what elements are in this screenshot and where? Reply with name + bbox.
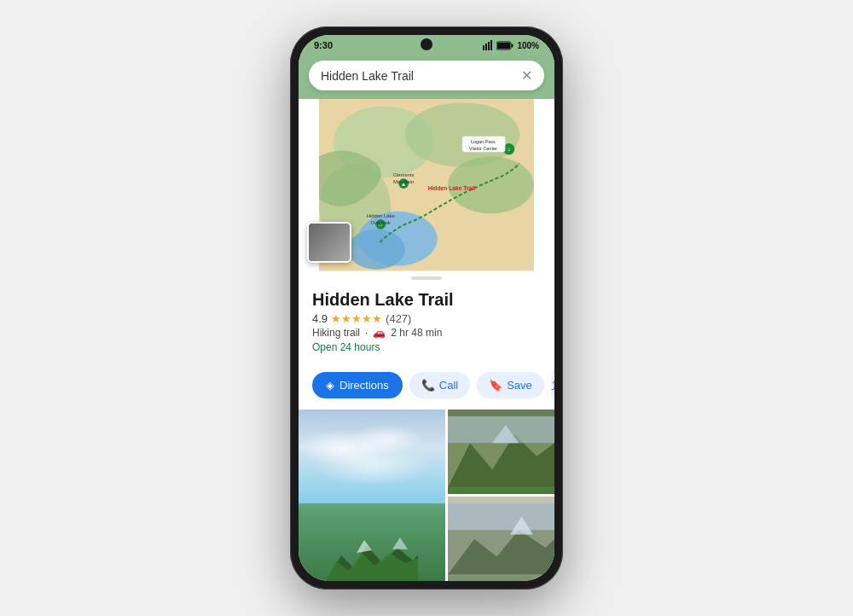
svg-text:Visitor Center: Visitor Center [469,146,497,151]
svg-text:Clements: Clements [393,172,415,177]
photos-row[interactable] [299,410,554,582]
map-thumbnail[interactable] [307,222,351,263]
call-button[interactable]: 📞 Call [409,372,470,398]
car-icon: 🚗 [373,327,386,339]
rating-row: 4.9 ★★★★★ (427) [312,312,541,325]
save-label: Save [507,379,532,392]
rating-count: (427) [386,312,411,325]
open-status: Open 24 hours [312,341,541,353]
svg-rect-35 [448,416,554,442]
status-bar: 9:30 100% [299,35,554,54]
svg-rect-37 [448,503,554,530]
photo-right-top[interactable] [448,410,554,494]
svg-text:Logan Pass: Logan Pass [471,139,496,144]
search-bar[interactable]: Hidden Lake Trail ✕ [309,61,544,90]
battery-label: 100% [517,41,539,50]
status-icons: 100% [483,40,539,50]
directions-label: Directions [339,379,389,392]
drive-time: 2 hr 48 min [391,327,442,339]
cloud-layer [299,414,445,500]
place-info: Hidden Lake Trail 4.9 ★★★★★ (427) Hiking… [299,283,554,370]
svg-marker-31 [392,538,408,549]
search-container: Hidden Lake Trail ✕ [299,54,554,99]
svg-text:Mountain: Mountain [393,179,414,184]
svg-rect-3 [490,40,492,50]
save-button[interactable]: 🔖 Save [477,372,544,398]
svg-text:Hidden Lake Trail: Hidden Lake Trail [428,185,476,191]
map-area[interactable]: ⌂ Logan Pass Visitor Center ▲ Clements M… [299,99,554,271]
camera-notch [421,38,432,50]
photo-right-bottom-svg [448,497,554,581]
phone-icon: 📞 [421,379,435,392]
photo-right [448,410,554,582]
svg-rect-2 [488,42,490,50]
share-icon: ⤴ [551,379,554,392]
call-label: Call [439,379,458,392]
place-name: Hidden Lake Trail [312,290,541,310]
svg-text:Hidden Lake: Hidden Lake [367,213,395,218]
svg-rect-5 [512,44,514,47]
directions-button[interactable]: ◈ Directions [312,372,403,398]
photo-right-bottom[interactable] [448,497,554,581]
place-type: Hiking trail [312,327,360,339]
phone-screen: 9:30 100% Hidden Lake Trail [299,35,554,581]
phone-frame: 9:30 100% Hidden Lake Trail [290,26,563,590]
svg-text:⌂: ⌂ [508,146,511,152]
status-time: 9:30 [314,40,333,50]
svg-rect-1 [485,44,487,50]
action-buttons: ◈ Directions 📞 Call 🔖 Save ⤴ [299,370,554,410]
search-input[interactable]: Hidden Lake Trail [321,69,521,83]
drag-handle-container [299,271,554,283]
thumbnail-image [309,224,350,261]
search-clear-button[interactable]: ✕ [521,67,532,84]
svg-point-13 [348,230,405,270]
stars: ★★★★★ [331,312,382,325]
drag-handle [411,276,442,280]
info-row: Hiking trail · 🚗 2 hr 48 min [312,327,541,339]
directions-nav-icon: ◈ [326,379,334,392]
bookmark-icon: 🔖 [489,379,502,392]
photo-left[interactable] [299,410,445,582]
mountain-svg [299,530,445,581]
svg-rect-0 [483,45,485,50]
signal-icon [483,40,493,50]
svg-text:Overlook: Overlook [371,220,392,225]
rating-number: 4.9 [312,312,328,325]
photo-right-top-svg [448,410,554,494]
svg-rect-6 [497,43,510,49]
share-button[interactable]: ⤴ [551,370,554,401]
battery-icon [496,41,514,50]
separator: · [365,327,368,339]
